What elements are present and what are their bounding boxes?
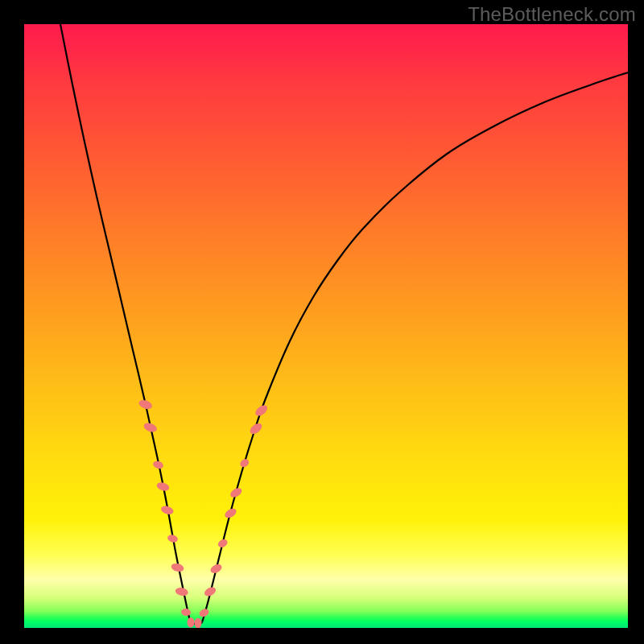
marker-point: [152, 460, 164, 470]
outer-frame: TheBottleneck.com: [0, 0, 644, 644]
curve-left-branch: [60, 24, 190, 622]
marker-point: [175, 587, 189, 597]
marker-point: [155, 481, 170, 492]
marker-point: [171, 562, 185, 572]
watermark-text: TheBottleneck.com: [468, 3, 636, 26]
marker-point: [238, 457, 250, 469]
marker-point: [180, 608, 191, 617]
marker-point: [188, 617, 195, 627]
marker-point: [209, 563, 224, 576]
chart-svg: [24, 24, 628, 628]
marker-point: [195, 618, 202, 628]
marker-point: [160, 505, 175, 516]
plot-area: [24, 24, 628, 628]
marker-point: [254, 403, 270, 418]
curve-right-branch: [202, 72, 628, 622]
marker-point: [167, 534, 179, 543]
scatter-markers: [138, 398, 269, 628]
marker-point: [229, 486, 243, 499]
